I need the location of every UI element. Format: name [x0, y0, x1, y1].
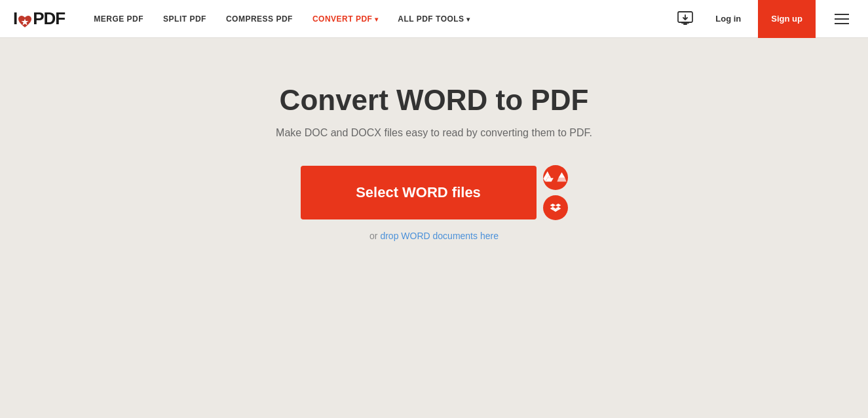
- google-drive-upload-button[interactable]: [543, 165, 568, 190]
- logo-text-right: PDF: [33, 9, 65, 29]
- nav-item-merge-pdf[interactable]: MERGE PDF: [85, 9, 153, 29]
- page-title: Convert WORD to PDF: [280, 84, 589, 117]
- download-desktop-button[interactable]: [672, 6, 698, 32]
- hamburger-menu-button[interactable]: [829, 6, 855, 32]
- select-files-button[interactable]: Select WORD files: [301, 166, 537, 219]
- nav-item-all-pdf-tools[interactable]: ALL PDF TOOLS: [388, 9, 479, 29]
- hamburger-line-1: [835, 14, 849, 15]
- hamburger-line-3: [835, 23, 849, 24]
- dropbox-upload-button[interactable]: [543, 195, 568, 220]
- header-actions: Log in Sign up: [672, 0, 855, 38]
- drop-link[interactable]: drop WORD documents here: [380, 231, 499, 241]
- svg-rect-3: [683, 24, 687, 25]
- upload-section: Select WORD files: [301, 165, 568, 220]
- nav-item-split-pdf[interactable]: SPLIT PDF: [154, 9, 216, 29]
- signup-button[interactable]: Sign up: [758, 0, 816, 38]
- cloud-storage-icons: [543, 165, 568, 220]
- header: I PDF MERGE PDF SPLIT PDF COMPRESS PDF C…: [0, 0, 868, 38]
- logo[interactable]: I PDF: [13, 9, 65, 29]
- nav-item-convert-pdf[interactable]: CONVERT PDF: [303, 9, 387, 29]
- logo-heart-icon: [18, 12, 32, 26]
- page-subtitle: Make DOC and DOCX files easy to read by …: [276, 127, 592, 139]
- svg-rect-2: [681, 22, 689, 24]
- main-content: Convert WORD to PDF Make DOC and DOCX fi…: [0, 38, 868, 241]
- main-nav: MERGE PDF SPLIT PDF COMPRESS PDF CONVERT…: [85, 9, 672, 29]
- login-button[interactable]: Log in: [705, 9, 751, 29]
- drop-text: or drop WORD documents here: [369, 231, 499, 241]
- nav-item-compress-pdf[interactable]: COMPRESS PDF: [217, 9, 302, 29]
- logo-text-left: I: [13, 9, 17, 29]
- hamburger-line-2: [835, 18, 849, 20]
